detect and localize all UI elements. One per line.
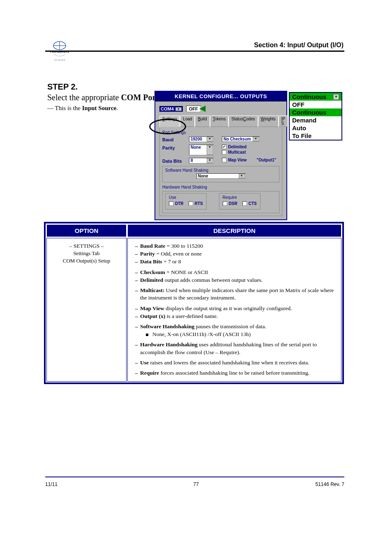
multicast-row[interactable]: Multicast <box>222 150 279 154</box>
databits-value: 8 <box>191 158 193 163</box>
checkbox-icon[interactable] <box>223 201 227 206</box>
rts-checkbox[interactable]: RTS <box>189 201 203 206</box>
checkbox-icon[interactable] <box>222 150 226 154</box>
mapview-row[interactable]: Map View "Output1" <box>222 158 279 162</box>
output-mode-dropdown[interactable]: Continuous ▼ OFF Continuous Demand Auto … <box>289 92 342 140</box>
dropdown-item-auto[interactable]: Auto <box>290 124 341 132</box>
option-sub2: COM Output(s) Setup <box>52 257 121 265</box>
parity-select[interactable]: None▼ <box>189 145 214 155</box>
databits-label: Data Bits <box>162 158 185 164</box>
checksum-select[interactable]: No Checksum▼ <box>222 136 260 142</box>
software-handshaking-select[interactable]: None▼ <box>196 173 246 179</box>
parity-value: None <box>191 145 201 155</box>
tab-statuscodes[interactable]: StatusCodes <box>228 115 258 127</box>
dropdown-selected[interactable]: Continuous ▼ <box>290 93 341 101</box>
mode-value[interactable]: OFF <box>186 106 201 112</box>
baud-value: 19200 <box>191 137 202 142</box>
tab-ips[interactable]: IP S <box>279 115 288 127</box>
multicast-label: Multicast <box>228 150 246 154</box>
hardware-handshaking-label: Hardware Hand Shaking <box>162 185 279 189</box>
tab-build[interactable]: Build <box>195 115 210 127</box>
software-handshaking-label: Software Hand Shaking <box>165 168 277 173</box>
step-description: Select the appropriate COM Port. — This … <box>47 93 161 112</box>
footer-divider <box>45 477 344 477</box>
dialog-title: KERNEL CONFIGURE... OUTPUTS <box>155 92 286 101</box>
checkbox-icon[interactable] <box>169 201 173 206</box>
use-group: Use DTR RTS <box>165 193 207 210</box>
desc-row: –Software Handshaking pauses the transmi… <box>133 323 336 330</box>
delimited-row[interactable]: ✔Delimited <box>222 145 279 149</box>
table-row: – – SETTINGS –SETTINGS – Settings Tab CO… <box>46 238 341 382</box>
col-description: DESCRIPTION <box>127 224 341 237</box>
checkbox-icon[interactable] <box>222 158 226 162</box>
desc-row: –Data Bits = 7 or 8 <box>133 258 336 265</box>
software-handshaking-group: Software Hand Shaking None▼ <box>162 166 279 182</box>
desc-row: –Baud Rate = 300 to 115200 <box>133 242 336 250</box>
software-handshaking-value: None <box>198 174 208 178</box>
kernel-configure-dialog: KERNEL CONFIGURE... OUTPUTS ◀ COM4 ▼ OFF… <box>154 91 287 220</box>
header-divider <box>45 51 344 52</box>
dsr-checkbox[interactable]: DSR <box>223 201 238 206</box>
step-line1-pre: Select the appropriate <box>47 93 121 102</box>
desc-row: –Delimited output adds commas between ou… <box>133 276 336 284</box>
col-option: OPTION <box>46 224 127 237</box>
tab-load[interactable]: Load <box>180 115 195 127</box>
tab-settings[interactable]: Settings <box>159 115 180 127</box>
arrow-icon: ◀ <box>199 103 205 113</box>
chevron-down-icon[interactable]: ▼ <box>333 94 339 100</box>
chevron-down-icon[interactable]: ▼ <box>175 107 182 111</box>
baud-select[interactable]: 19200▼ <box>189 136 214 142</box>
desc-row: –Require forces associated handshaking l… <box>133 369 336 377</box>
checkbox-icon[interactable] <box>189 201 193 206</box>
dtr-checkbox[interactable]: DTR <box>169 201 184 206</box>
dropdown-item-tofile[interactable]: To File <box>290 132 341 140</box>
com-port-value: COM4 <box>161 106 174 111</box>
step-sub-pre: — This is the <box>47 105 82 111</box>
port-settings-label: Port Settings <box>162 130 279 135</box>
desc-row: –Hardware Handshaking uses additional ha… <box>133 341 336 356</box>
checksum-value: No Checksum <box>224 137 251 141</box>
chevron-down-icon[interactable]: ▼ <box>207 137 213 142</box>
option-sub1: Settings Tab <box>52 250 121 257</box>
require-group: Require DSR CTS <box>219 193 261 210</box>
com-port-select[interactable]: COM4 ▼ <box>159 106 183 112</box>
section-title: Section 4: Input/ Output (I/O) <box>254 41 344 49</box>
tab-weights[interactable]: Weights <box>258 115 279 127</box>
desc-row: –Checksum = NONE or ASCII <box>133 269 336 276</box>
cts-checkbox[interactable]: CTS <box>242 201 257 206</box>
delimited-label: Delimited <box>228 145 247 149</box>
desc-row: –Use raises and lowers the associated ha… <box>133 359 336 366</box>
footer-rev: 51146 Rev. 7 <box>316 481 345 487</box>
dropdown-item-off[interactable]: OFF <box>290 101 341 108</box>
mapview-label: Map View <box>228 158 247 162</box>
databits-select[interactable]: 8▼ <box>189 158 214 164</box>
dropdown-item-continuous[interactable]: Continuous <box>290 108 341 116</box>
chevron-down-icon[interactable]: ▼ <box>253 137 259 141</box>
step-sub-bold: Input Source <box>82 105 117 111</box>
options-table: OPTION DESCRIPTION – – SETTINGS –SETTING… <box>44 222 344 384</box>
hardware-handshaking-group: Use DTR RTS Require DSR CTS <box>162 191 279 213</box>
use-label: Use <box>169 195 203 200</box>
desc-row: –Map View displays the output string as … <box>133 305 336 312</box>
tabs: Settings Load Build Tokens StatusCodes W… <box>159 115 282 127</box>
step-line1-bold: COM Port <box>121 93 159 102</box>
description-cell: –Baud Rate = 300 to 115200–Parity = Odd,… <box>127 238 341 382</box>
checkbox-icon[interactable] <box>242 201 247 206</box>
desc-sub-bullet: None, X-on (ASCII11h) /X-off (ASCII 13h) <box>133 331 336 338</box>
chevron-down-icon[interactable]: ▼ <box>207 158 213 163</box>
tab-tokens[interactable]: Tokens <box>210 115 229 127</box>
desc-row: –Multicast: Used when multiple indicator… <box>133 287 336 302</box>
parity-label: Parity <box>162 145 185 155</box>
option-cell: – – SETTINGS –SETTINGS – Settings Tab CO… <box>46 238 127 382</box>
step-sub-post: . <box>116 105 118 111</box>
svg-text:S C A L E S: S C A L E S <box>54 59 65 61</box>
chevron-down-icon[interactable]: ▼ <box>239 174 245 178</box>
dropdown-item-demand[interactable]: Demand <box>290 116 341 124</box>
checkbox-checked-icon[interactable]: ✔ <box>222 145 226 149</box>
step-label: STEP 2. <box>47 82 78 92</box>
dropdown-selected-text: Continuous <box>292 93 326 100</box>
chevron-down-icon[interactable]: ▼ <box>207 145 213 155</box>
desc-row: –Output (x) is a user-defined name. <box>133 313 336 320</box>
desc-row: –Parity = Odd, even or none <box>133 250 336 258</box>
require-label: Require <box>223 195 257 200</box>
